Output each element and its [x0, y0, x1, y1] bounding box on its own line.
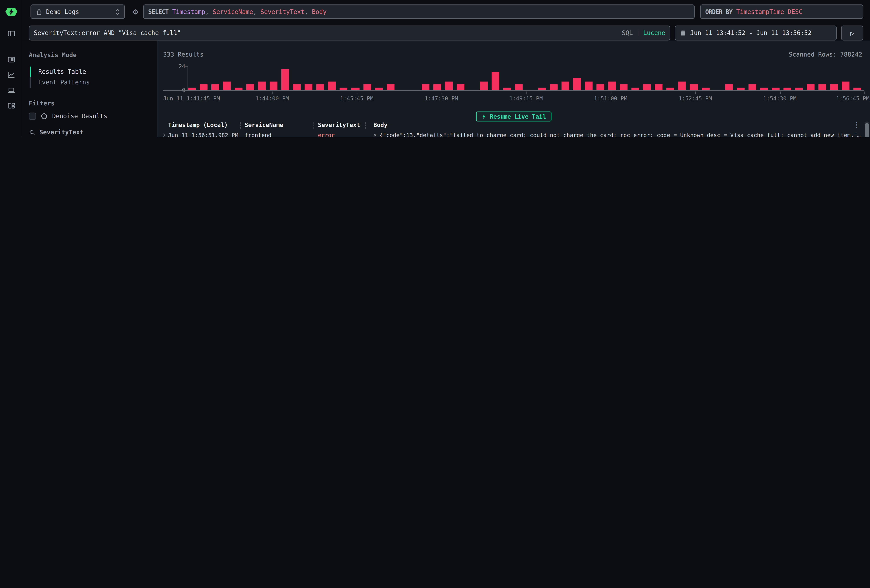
source-label: Demo Logs: [46, 8, 79, 15]
gear-icon[interactable]: ⚙: [130, 6, 141, 18]
histogram-bar[interactable]: [550, 84, 558, 91]
histogram-bar[interactable]: [842, 81, 849, 91]
histogram-bar[interactable]: [293, 84, 301, 91]
layout-grid-icon[interactable]: [0, 100, 22, 111]
analysis-tab-results-table[interactable]: Results Table: [30, 67, 150, 77]
col-servicename[interactable]: ServiceName: [245, 121, 283, 128]
table-options-kebab-icon[interactable]: ⋮: [853, 121, 860, 129]
order-by-keyword: ORDER BY: [705, 8, 732, 15]
histogram-bar[interactable]: [305, 84, 313, 91]
histogram-bar[interactable]: [748, 84, 756, 91]
x-axis-tick-label: 1:52:45 PM: [679, 95, 712, 101]
logo-bolt-icon[interactable]: [0, 6, 22, 18]
mode-lucene[interactable]: Lucene: [643, 30, 665, 37]
search-input[interactable]: SeverityText:error AND "Visa cache full"…: [29, 25, 670, 40]
x-axis-tick-label: 1:47:30 PM: [425, 95, 458, 101]
analysis-mode-heading: Analysis Mode: [29, 52, 150, 59]
sidebar: Analysis Mode Results TableEvent Pattern…: [22, 40, 157, 137]
x-axis-tick: [441, 91, 442, 94]
histogram-bar[interactable]: [818, 84, 826, 91]
denoise-checkbox[interactable]: [29, 113, 36, 120]
column-separator[interactable]: [314, 122, 314, 129]
x-axis-tick: [695, 91, 696, 94]
results-count: 333 Results: [163, 51, 204, 58]
histogram-bar[interactable]: [830, 84, 838, 91]
scrollbar-track[interactable]: [865, 121, 869, 137]
comma: ,: [304, 8, 312, 15]
column-separator[interactable]: [365, 122, 366, 129]
histogram-bar[interactable]: [655, 84, 663, 91]
column-separator[interactable]: [240, 122, 241, 129]
time-range-value: Jun 11 13:41:52 - Jun 11 13:56:52: [690, 30, 812, 37]
histogram-bar[interactable]: [316, 84, 324, 91]
histogram-bar[interactable]: [422, 84, 429, 91]
histogram-bar[interactable]: [328, 81, 336, 91]
histogram-bar[interactable]: [363, 84, 371, 91]
analysis-tab-event-patterns[interactable]: Event Patterns: [30, 77, 150, 88]
source-selector[interactable]: Demo Logs: [30, 4, 125, 19]
histogram-bar[interactable]: [457, 84, 465, 91]
resume-live-tail-button[interactable]: Resume Live Tail: [476, 112, 551, 121]
top-bar: Demo Logs ⚙ SELECT Timestamp, ServiceNam…: [22, 0, 870, 40]
scrollbar-thumb[interactable]: [865, 123, 869, 137]
histogram-bar[interactable]: [573, 78, 581, 91]
histogram-bar[interactable]: [445, 81, 453, 91]
histogram-bars: [188, 66, 864, 90]
histogram-bar[interactable]: [585, 81, 593, 91]
histogram-bar[interactable]: [515, 84, 523, 91]
denoise-results-toggle[interactable]: Denoise Results: [29, 113, 150, 120]
x-axis-tick: [864, 91, 865, 94]
select-keyword: SELECT: [148, 8, 168, 15]
col-timestamp[interactable]: Timestamp (Local): [168, 121, 228, 128]
panel-left-icon[interactable]: [0, 28, 22, 39]
mode-sql[interactable]: SQL: [622, 30, 633, 37]
x-axis-tick-label: 1:45:45 PM: [340, 95, 373, 101]
x-axis-tick-label: 1:51:00 PM: [594, 95, 627, 101]
analysis-mode-tabs: Results TableEvent Patterns: [30, 67, 150, 88]
order-by-input[interactable]: ORDER BY TimestampTime DESC: [700, 4, 863, 19]
histogram-bar[interactable]: [725, 84, 733, 91]
histogram-bar[interactable]: [690, 84, 698, 91]
order-by-value: TimestampTime DESC: [736, 8, 802, 15]
histogram-bar[interactable]: [386, 84, 394, 91]
histogram-bar[interactable]: [807, 84, 815, 91]
select-fields: Timestamp, ServiceName, SeverityText, Bo…: [168, 8, 326, 15]
histogram-bar[interactable]: [620, 84, 628, 91]
histogram-bar[interactable]: [200, 84, 208, 91]
play-icon: ▷: [850, 29, 854, 37]
histogram-bar[interactable]: [246, 84, 254, 91]
x-axis-tick-label: 1:49:15 PM: [509, 95, 543, 101]
histogram-bar[interactable]: [223, 81, 231, 91]
time-range-picker[interactable]: Jun 11 13:41:52 - Jun 11 13:56:52: [675, 25, 837, 40]
histogram-bar[interactable]: [282, 69, 289, 91]
facet-header-severitytext[interactable]: SeverityText: [29, 129, 150, 136]
histogram-bar[interactable]: [597, 84, 605, 91]
query-language-toggle[interactable]: SQL|Lucene: [622, 30, 665, 37]
histogram-bar[interactable]: [678, 81, 686, 91]
select-query-input[interactable]: SELECT Timestamp, ServiceName, SeverityT…: [143, 4, 695, 19]
histogram-bar[interactable]: [270, 81, 277, 91]
run-query-button[interactable]: ▷: [841, 25, 863, 40]
laptop-icon[interactable]: [0, 84, 22, 95]
resume-live-tail-label: Resume Live Tail: [490, 113, 546, 120]
log-row[interactable]: Jun 11 1:56:51.982 PMfrontenderror×{"cod…: [158, 130, 863, 137]
results-histogram[interactable]: 24 0 Jun 11 1:41:45 PM1:44:00 PM1:45:45 …: [163, 66, 864, 90]
histogram-bar[interactable]: [212, 84, 219, 91]
facet-name: SeverityText: [39, 129, 83, 136]
histogram-bar[interactable]: [643, 84, 651, 91]
histogram-bar[interactable]: [492, 72, 499, 91]
log-table-body: Jun 11 1:56:51.982 PMfrontenderror×{"cod…: [158, 130, 863, 137]
histogram-bar[interactable]: [608, 81, 616, 91]
col-severitytext[interactable]: SeverityText: [318, 121, 360, 128]
line-chart-icon[interactable]: [0, 69, 22, 80]
x-axis-tick: [780, 91, 781, 94]
log-card-icon[interactable]: [0, 54, 22, 65]
histogram-bar[interactable]: [562, 81, 569, 91]
histogram-bar[interactable]: [258, 81, 266, 91]
histogram-bar[interactable]: [433, 84, 441, 91]
x-axis-tick: [357, 91, 357, 94]
histogram-bar[interactable]: [480, 81, 488, 91]
expand-chevron-icon[interactable]: [161, 132, 168, 137]
x-axis-tick-label: Jun 11 1:41:45 PM: [163, 95, 220, 101]
col-body[interactable]: Body: [373, 121, 387, 128]
